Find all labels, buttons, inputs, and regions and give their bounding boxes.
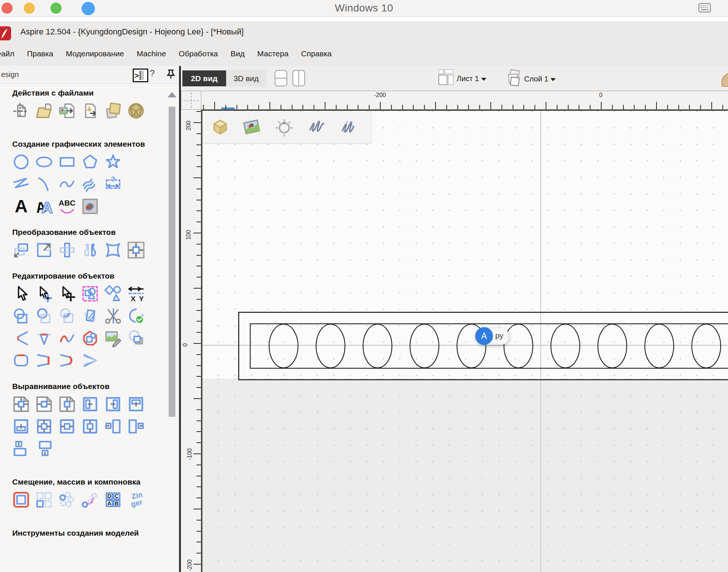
weld-vectors-icon[interactable] bbox=[12, 307, 30, 325]
collapse-panel-button[interactable]: > bbox=[133, 69, 148, 82]
toolpath-arrows-icon[interactable] bbox=[340, 117, 359, 137]
move-interactive-icon[interactable] bbox=[127, 241, 145, 259]
align-right-icon[interactable] bbox=[104, 395, 122, 413]
import-image-icon[interactable] bbox=[58, 102, 76, 120]
new-file-icon[interactable] bbox=[12, 102, 30, 120]
text-on-curve-icon[interactable]: ABC bbox=[58, 197, 76, 215]
outer-rectangle-vector[interactable] bbox=[239, 312, 728, 380]
draw-arc-icon[interactable] bbox=[35, 175, 53, 193]
circle-vector-3[interactable] bbox=[363, 324, 392, 368]
close-vector-icon[interactable] bbox=[127, 307, 145, 325]
measure-xy-icon[interactable]: XY bbox=[127, 285, 145, 303]
draw-sketch-icon[interactable] bbox=[81, 175, 99, 193]
select-cursor-icon[interactable] bbox=[12, 285, 30, 303]
input-source-badge[interactable]: А ру bbox=[476, 327, 509, 345]
clipart-3d-icon[interactable] bbox=[127, 102, 145, 120]
edit-picture-icon[interactable] bbox=[104, 329, 122, 347]
ungroup-shapes-icon[interactable] bbox=[104, 285, 122, 303]
draw-rectangle-icon[interactable] bbox=[58, 153, 76, 171]
menu-file[interactable]: Файл bbox=[0, 49, 14, 58]
zinger-icon[interactable]: Zinger bbox=[127, 491, 145, 509]
center-x-in-material-icon[interactable] bbox=[35, 395, 53, 413]
keyboard-icon[interactable] bbox=[698, 3, 711, 13]
menu-edit[interactable]: Правка bbox=[27, 49, 53, 58]
draw-circle-icon[interactable] bbox=[12, 153, 30, 171]
center-vertical-icon[interactable] bbox=[81, 418, 99, 435]
center-both-icon[interactable] bbox=[35, 418, 53, 435]
menu-gadgets[interactable]: Мастера bbox=[257, 49, 288, 58]
split-vertical-button[interactable] bbox=[292, 70, 305, 87]
join-curve-icon[interactable] bbox=[58, 352, 76, 369]
distort-object-icon[interactable] bbox=[104, 241, 122, 259]
align-outside-left-icon[interactable] bbox=[104, 418, 122, 435]
rotate-object-icon[interactable] bbox=[58, 241, 76, 259]
pin-icon[interactable] bbox=[165, 67, 177, 82]
help-icon[interactable]: ? bbox=[150, 68, 155, 79]
menu-view[interactable]: Вид bbox=[231, 49, 245, 58]
center-in-material-icon[interactable] bbox=[12, 395, 30, 413]
open-file-icon[interactable] bbox=[35, 102, 53, 120]
scale-object-icon[interactable] bbox=[35, 241, 53, 259]
menu-model[interactable]: Моделирование bbox=[66, 49, 124, 58]
draw-text-icon[interactable]: A bbox=[12, 197, 30, 215]
drawing-viewport[interactable]: А ру bbox=[201, 110, 728, 572]
cube-3d-icon[interactable] bbox=[211, 117, 230, 137]
node-edit-circle-icon[interactable] bbox=[275, 117, 294, 137]
align-left-icon[interactable] bbox=[81, 395, 99, 413]
export-vectors-icon[interactable] bbox=[81, 102, 99, 120]
join-straight-icon[interactable] bbox=[35, 352, 53, 369]
panel-scrollbar[interactable] bbox=[169, 107, 175, 417]
menu-toolpaths[interactable]: Обработка bbox=[179, 49, 218, 58]
circle-vector-1[interactable] bbox=[269, 324, 298, 368]
panel-scroll-up-arrow[interactable] bbox=[168, 92, 176, 97]
align-bottom-icon[interactable] bbox=[12, 418, 30, 435]
tab-3d-view[interactable]: 3D вид bbox=[226, 70, 266, 86]
draw-dimension-icon[interactable]: ? bbox=[104, 175, 122, 193]
crop-bitmap-icon[interactable] bbox=[127, 329, 145, 347]
mirror-object-icon[interactable] bbox=[81, 241, 99, 259]
image-pic-icon[interactable] bbox=[242, 117, 261, 137]
box-select-icon[interactable] bbox=[81, 285, 99, 303]
split-horizontal-button[interactable] bbox=[274, 70, 288, 87]
fit-curves-icon[interactable] bbox=[58, 329, 76, 347]
sheet-selector[interactable]: Лист 1 bbox=[438, 69, 486, 88]
move-cursor-icon[interactable] bbox=[58, 285, 76, 303]
circular-array-icon[interactable] bbox=[58, 491, 76, 509]
hatch-vectors-icon[interactable] bbox=[81, 307, 99, 325]
circle-vector-4[interactable] bbox=[410, 324, 439, 368]
fillet-corner-icon[interactable] bbox=[12, 329, 30, 347]
chamfer-corner-icon[interactable] bbox=[35, 329, 53, 347]
vector-drawing[interactable] bbox=[202, 111, 728, 572]
trim-vectors-icon[interactable] bbox=[104, 307, 122, 325]
toolpath-lines-icon[interactable] bbox=[307, 117, 327, 137]
draw-ellipse-icon[interactable] bbox=[35, 153, 53, 171]
trace-bitmap-icon[interactable] bbox=[81, 197, 99, 215]
grid-array-icon[interactable] bbox=[35, 491, 53, 509]
circle-vector-7[interactable] bbox=[551, 324, 580, 368]
draw-polyline-icon[interactable] bbox=[12, 175, 30, 193]
menu-help[interactable]: Справка bbox=[301, 49, 331, 58]
extend-vector-icon[interactable] bbox=[81, 352, 99, 369]
align-top-icon[interactable] bbox=[127, 395, 145, 413]
circle-vector-9[interactable] bbox=[645, 324, 674, 368]
node-edit-cursor-icon[interactable] bbox=[35, 285, 53, 303]
subtract-vectors-icon[interactable] bbox=[35, 307, 53, 325]
align-outside-right-icon[interactable] bbox=[127, 418, 145, 435]
center-y-in-material-icon[interactable] bbox=[58, 395, 76, 413]
nest-sheets-icon[interactable] bbox=[104, 102, 122, 120]
tab-2d-view[interactable]: 2D вид bbox=[182, 70, 226, 86]
move-object-icon[interactable] bbox=[12, 241, 30, 259]
circle-vector-2[interactable] bbox=[316, 324, 345, 368]
menu-machine[interactable]: Machine bbox=[137, 49, 166, 58]
nest-parts-icon[interactable]: DCAB bbox=[104, 491, 122, 509]
offset-vectors-icon[interactable] bbox=[12, 491, 30, 509]
copy-along-curve-icon[interactable] bbox=[81, 491, 99, 509]
draw-polygon-icon[interactable] bbox=[81, 153, 99, 171]
stack-down-icon[interactable] bbox=[12, 440, 30, 458]
join-close-icon[interactable] bbox=[12, 352, 30, 369]
layer-selector[interactable]: Слой 1 bbox=[505, 69, 556, 89]
circle-vector-8[interactable] bbox=[598, 324, 627, 368]
circle-vector-10[interactable] bbox=[692, 324, 721, 368]
center-horizontal-icon[interactable] bbox=[58, 418, 76, 435]
intersect-vectors-icon[interactable] bbox=[58, 307, 76, 325]
